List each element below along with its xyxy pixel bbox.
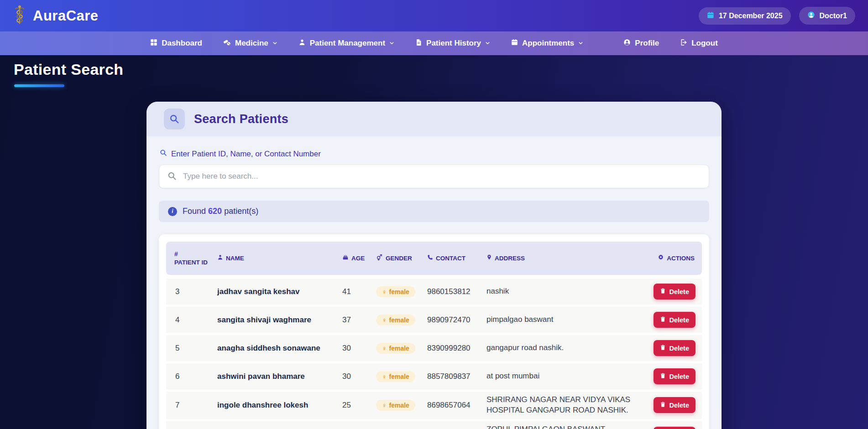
column-header-name: Name bbox=[217, 254, 337, 263]
chevron-down-icon bbox=[485, 39, 490, 48]
venus-mars-icon bbox=[376, 254, 383, 263]
nav-item-profile[interactable]: Profile bbox=[623, 39, 659, 48]
info-icon: i bbox=[168, 207, 177, 216]
gear-icon bbox=[658, 254, 664, 263]
gender-badge: ♀ female bbox=[376, 286, 415, 297]
column-header-gender: Gender bbox=[376, 254, 422, 263]
nav-item-patient-history[interactable]: Patient History bbox=[415, 39, 490, 48]
calendar-icon bbox=[707, 11, 714, 21]
cell-contact: 8390999280 bbox=[427, 344, 481, 353]
nav-item-logout[interactable]: Logout bbox=[680, 39, 718, 48]
table-row: 6 ashwini pavan bhamare 30 ♀ female 8857… bbox=[166, 363, 702, 392]
venus-icon: ♀ bbox=[382, 316, 387, 324]
nav-item-patient-management[interactable]: Patient Management bbox=[298, 39, 394, 48]
user-circle-icon bbox=[623, 39, 631, 48]
table-header-row: # Patient ID Name bbox=[166, 242, 702, 275]
nav-label: Logout bbox=[691, 39, 718, 48]
cell-age: 30 bbox=[342, 372, 371, 381]
search-input[interactable] bbox=[159, 165, 709, 188]
user-icon bbox=[217, 254, 223, 263]
table-row: 3 jadhav sangita keshav 41 ♀ female 9860… bbox=[166, 279, 702, 307]
pills-icon bbox=[223, 38, 231, 48]
cell-contact: 9890972470 bbox=[427, 315, 481, 325]
logout-icon bbox=[680, 39, 687, 48]
page-title: Patient Search bbox=[14, 61, 868, 78]
trash-icon bbox=[660, 401, 666, 409]
gender-badge: ♀ female bbox=[376, 371, 415, 382]
search-icon bbox=[167, 171, 177, 182]
cell-address: SHRIRANG NAGAR NEAR VIDYA VIKAS HOSPITAL… bbox=[486, 395, 639, 416]
main-nav: Dashboard Medicine Patient Management bbox=[0, 31, 868, 55]
cell-actions: Delete bbox=[644, 340, 702, 356]
delete-button[interactable]: Delete bbox=[654, 284, 695, 300]
table-row: 8 ugale tanuja uttam 18 ♀ female 9767639… bbox=[166, 421, 702, 429]
chevron-down-icon bbox=[389, 39, 394, 48]
cell-address: at post mumbai bbox=[486, 371, 639, 382]
cell-actions: Delete bbox=[644, 427, 702, 429]
table-row: 7 ingole dhanshree lokesh 25 ♀ female 86… bbox=[166, 392, 702, 421]
column-header-patient-id: # Patient ID bbox=[166, 250, 212, 267]
caduceus-logo-icon bbox=[13, 5, 26, 27]
results-count: 620 bbox=[208, 207, 222, 216]
date-badge: 17 December 2025 bbox=[699, 7, 791, 25]
cell-contact: 8857809837 bbox=[427, 372, 481, 381]
calendar-icon bbox=[511, 39, 518, 48]
phone-icon bbox=[427, 254, 433, 263]
nav-item-medicine[interactable]: Medicine bbox=[223, 38, 277, 48]
cell-age: 41 bbox=[342, 287, 371, 296]
column-header-address: Address bbox=[486, 254, 639, 263]
dashboard-grid-icon bbox=[150, 39, 157, 48]
user-circle-icon bbox=[807, 11, 815, 21]
nav-label: Medicine bbox=[235, 39, 268, 48]
patients-table: # Patient ID Name bbox=[159, 234, 709, 429]
cell-patient-id: 6 bbox=[166, 372, 212, 381]
delete-button[interactable]: Delete bbox=[654, 397, 695, 413]
delete-button[interactable]: Delete bbox=[654, 427, 695, 429]
search-input-wrap bbox=[159, 165, 709, 188]
cell-actions: Delete bbox=[644, 284, 702, 300]
nav-label: Patient Management bbox=[310, 39, 385, 48]
cell-age: 25 bbox=[342, 401, 371, 410]
cell-contact: 9860153812 bbox=[427, 287, 481, 296]
cell-name: anagha siddhesh sonawane bbox=[217, 344, 337, 353]
cell-name: sangita shivaji waghmare bbox=[217, 315, 337, 325]
gender-badge: ♀ female bbox=[376, 315, 415, 326]
trash-icon bbox=[660, 316, 666, 324]
table-row: 4 sangita shivaji waghmare 37 ♀ female 9… bbox=[166, 307, 702, 335]
cell-address: ZOPUL PIMPALGAON BASWANT NASHIK. bbox=[486, 424, 639, 429]
nav-item-dashboard[interactable]: Dashboard bbox=[150, 39, 202, 48]
results-text: Found 620 patient(s) bbox=[183, 207, 258, 216]
trash-icon bbox=[660, 288, 666, 295]
nav-label: Appointments bbox=[522, 39, 574, 48]
gender-badge: ♀ female bbox=[376, 400, 415, 411]
cell-actions: Delete bbox=[644, 368, 702, 384]
search-icon-box bbox=[164, 109, 185, 129]
trash-icon bbox=[660, 344, 666, 352]
delete-button[interactable]: Delete bbox=[654, 368, 695, 384]
cell-actions: Delete bbox=[644, 312, 702, 328]
nav-label: Profile bbox=[635, 39, 659, 48]
user-badge[interactable]: Doctor1 bbox=[799, 7, 855, 25]
card-title: Search Patients bbox=[194, 112, 288, 126]
results-info-bar: i Found 620 patient(s) bbox=[159, 201, 709, 222]
card-header: Search Patients bbox=[146, 102, 722, 136]
card-body: Enter Patient ID, Name, or Contact Numbe… bbox=[146, 136, 722, 429]
brand-name: AuraCare bbox=[33, 8, 99, 24]
trash-icon bbox=[660, 372, 666, 380]
cell-contact: 8698657064 bbox=[427, 401, 481, 410]
nav-item-appointments[interactable]: Appointments bbox=[511, 39, 583, 48]
column-header-contact: Contact bbox=[427, 254, 481, 263]
cell-patient-id: 5 bbox=[166, 344, 212, 353]
cell-age: 30 bbox=[342, 344, 371, 353]
delete-button[interactable]: Delete bbox=[654, 312, 695, 328]
search-patients-card: Search Patients Enter Patient ID, Name, … bbox=[146, 102, 722, 429]
column-header-actions: Actions bbox=[644, 254, 702, 263]
cell-actions: Delete bbox=[644, 397, 702, 413]
nav-label: Dashboard bbox=[162, 39, 202, 48]
user-name: Doctor1 bbox=[820, 12, 847, 20]
hash-icon: # bbox=[174, 250, 178, 258]
date-text: 17 December 2025 bbox=[719, 12, 783, 20]
delete-button[interactable]: Delete bbox=[654, 340, 695, 356]
search-label-text: Enter Patient ID, Name, or Contact Numbe… bbox=[171, 150, 321, 159]
topbar: AuraCare 17 December 2025 bbox=[0, 0, 868, 31]
